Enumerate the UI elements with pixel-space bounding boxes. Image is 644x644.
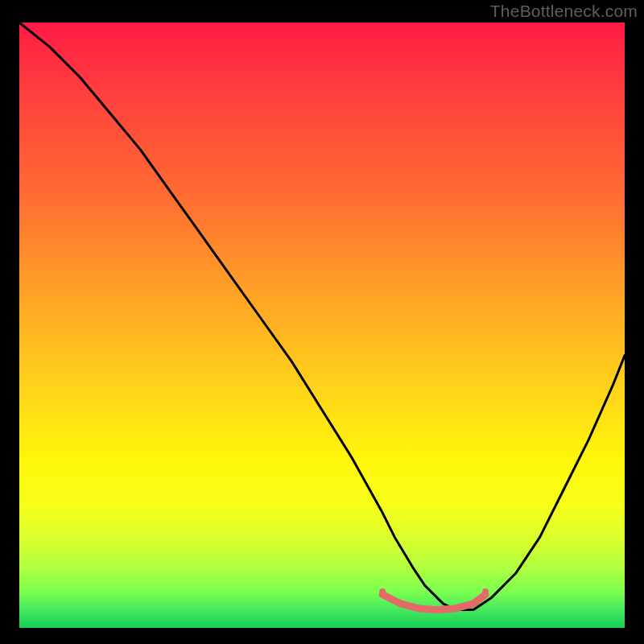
plot-area [19,23,625,628]
chart-frame: TheBottleneck.com [0,0,644,644]
bottleneck-curve [19,23,625,609]
valley-start-marker [379,588,386,595]
watermark-text: TheBottleneck.com [490,2,638,21]
valley-floor-band [382,595,485,610]
valley-end-marker [482,588,489,595]
curve-layer [19,23,625,628]
